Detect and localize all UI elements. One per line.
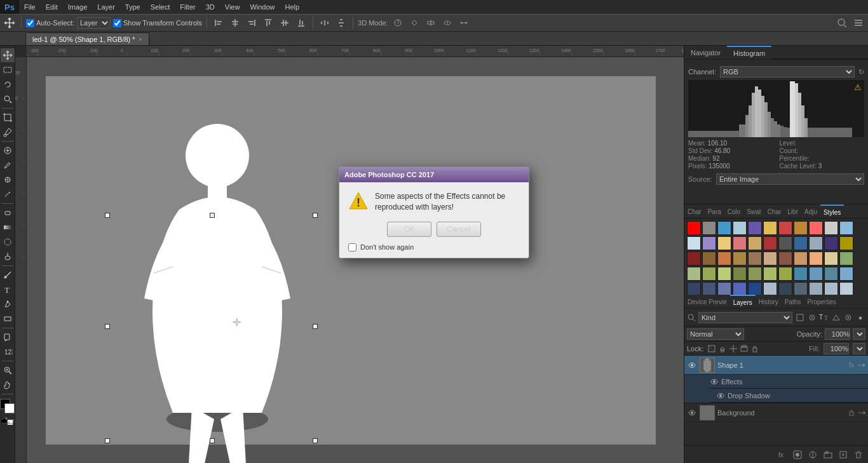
swatch-item[interactable] — [794, 267, 808, 281]
dist-h-icon[interactable] — [318, 16, 332, 30]
add-mask-btn[interactable] — [792, 449, 803, 460]
lock-paint-icon[interactable] — [718, 344, 727, 353]
tool-path-select[interactable] — [1, 268, 15, 282]
navigator-tab[interactable]: Navigator — [684, 46, 727, 60]
tab-char2[interactable]: Char — [764, 205, 785, 218]
swatch-item[interactable] — [778, 282, 792, 295]
source-select[interactable]: Entire Image — [716, 173, 864, 185]
align-center-icon[interactable] — [228, 16, 242, 30]
tab-layers[interactable]: Layers — [730, 295, 756, 309]
swatch-item[interactable] — [687, 236, 701, 250]
3d-slide-icon[interactable] — [457, 16, 471, 30]
swatch-item[interactable] — [748, 267, 762, 281]
swatch-item[interactable] — [763, 267, 777, 281]
swatch-item[interactable] — [717, 236, 731, 250]
tab-paths[interactable]: Paths — [782, 295, 804, 309]
menu-filter[interactable]: Filter — [175, 0, 200, 14]
delete-layer-btn[interactable] — [853, 449, 864, 460]
3d-orbit-icon[interactable] — [440, 16, 454, 30]
tool-history-brush[interactable] — [1, 187, 15, 201]
tool-clone[interactable] — [1, 173, 15, 187]
tool-blur[interactable] — [1, 235, 15, 249]
swatch-item[interactable] — [687, 282, 701, 295]
filter-smart-icon[interactable] — [843, 312, 853, 323]
swatch-item[interactable] — [824, 267, 838, 281]
swatch-item[interactable] — [733, 267, 747, 281]
fill-input[interactable] — [824, 343, 849, 354]
swatch-item[interactable] — [778, 221, 792, 235]
swatch-item[interactable] — [733, 252, 747, 265]
swatch-item[interactable] — [687, 267, 701, 281]
swatch-item[interactable] — [733, 282, 747, 295]
swatch-item[interactable] — [778, 252, 792, 265]
swatch-item[interactable] — [763, 252, 777, 265]
histogram-tab[interactable]: Histogram — [727, 46, 771, 60]
tool-shape[interactable] — [1, 312, 15, 326]
dist-v-icon[interactable] — [334, 16, 348, 30]
swatch-item[interactable] — [748, 221, 762, 235]
swatch-item[interactable] — [748, 252, 762, 265]
dialog-ok-btn[interactable]: OK — [387, 222, 431, 237]
swatch-item[interactable] — [794, 282, 808, 295]
swatch-item[interactable] — [717, 282, 731, 295]
tool-count[interactable]: 123 — [1, 345, 15, 359]
filter-toggle[interactable]: ● — [855, 312, 865, 323]
adjustment-btn[interactable] — [807, 449, 818, 460]
tool-eyedropper[interactable] — [1, 125, 15, 139]
swatch-item[interactable] — [778, 267, 792, 281]
tool-type[interactable]: T — [1, 283, 15, 297]
kind-select[interactable]: Kind — [698, 312, 792, 323]
swatch-item[interactable] — [763, 236, 777, 250]
tab-device-previe[interactable]: Device Previe — [684, 295, 730, 309]
filter-type-icon[interactable]: TT — [819, 312, 829, 323]
tool-gradient[interactable] — [1, 220, 15, 234]
fill-dropdown[interactable]: ▾ — [853, 343, 865, 354]
swatch-item[interactable] — [748, 236, 762, 250]
tab-close-btn[interactable]: × — [139, 36, 142, 43]
swatch-item[interactable] — [809, 282, 823, 295]
layer-visibility-shape1[interactable] — [687, 360, 697, 370]
filter-shape-icon[interactable] — [831, 312, 841, 323]
swatch-item[interactable] — [839, 221, 853, 235]
swatch-item[interactable] — [794, 236, 808, 250]
swatch-item[interactable] — [839, 252, 853, 265]
menu-file[interactable]: File — [19, 0, 41, 14]
3d-pan-icon[interactable] — [407, 16, 421, 30]
effects-vis-icon[interactable] — [710, 377, 719, 386]
swatch-item[interactable] — [702, 267, 716, 281]
swatch-item[interactable] — [733, 221, 747, 235]
new-layer-btn[interactable] — [837, 449, 849, 460]
tab-colo[interactable]: Colo — [724, 205, 744, 218]
tool-note[interactable] — [1, 330, 15, 344]
blend-mode-select[interactable]: Normal — [687, 328, 744, 340]
auto-select-checkbox[interactable] — [26, 19, 34, 27]
menu-view[interactable]: View — [220, 0, 245, 14]
channel-select[interactable]: RGBRedGreenBlue — [720, 66, 855, 77]
move-tool-icon[interactable] — [3, 16, 17, 30]
tool-zoom[interactable] — [1, 363, 15, 377]
align-top-icon[interactable] — [261, 16, 275, 30]
tool-quick-select[interactable] — [1, 92, 15, 106]
align-left-icon[interactable] — [212, 16, 226, 30]
swatch-item[interactable] — [687, 221, 701, 235]
tab-swat[interactable]: Swat — [743, 205, 764, 218]
align-bottom-icon[interactable] — [294, 16, 308, 30]
lock-transparent-icon[interactable] — [707, 344, 716, 353]
swatch-item[interactable] — [809, 221, 823, 235]
menu-window[interactable]: Window — [245, 0, 280, 14]
canvas-document[interactable]: ✛ — [27, 57, 684, 463]
tab-char[interactable]: Char — [684, 205, 705, 218]
swatch-item[interactable] — [778, 236, 792, 250]
menu-select[interactable]: Select — [146, 0, 175, 14]
bg-color[interactable] — [4, 403, 15, 413]
swatch-item[interactable] — [839, 267, 853, 281]
swatch-item[interactable] — [702, 252, 716, 265]
swatch-item[interactable] — [702, 221, 716, 235]
swatch-item[interactable] — [763, 282, 777, 295]
tab-styles[interactable]: Styles — [820, 205, 844, 218]
swatch-item[interactable] — [824, 282, 838, 295]
dont-show-checkbox[interactable] — [348, 243, 356, 252]
align-right-icon[interactable] — [245, 16, 259, 30]
swatch-item[interactable] — [748, 282, 762, 295]
tool-dodge[interactable] — [1, 250, 15, 264]
